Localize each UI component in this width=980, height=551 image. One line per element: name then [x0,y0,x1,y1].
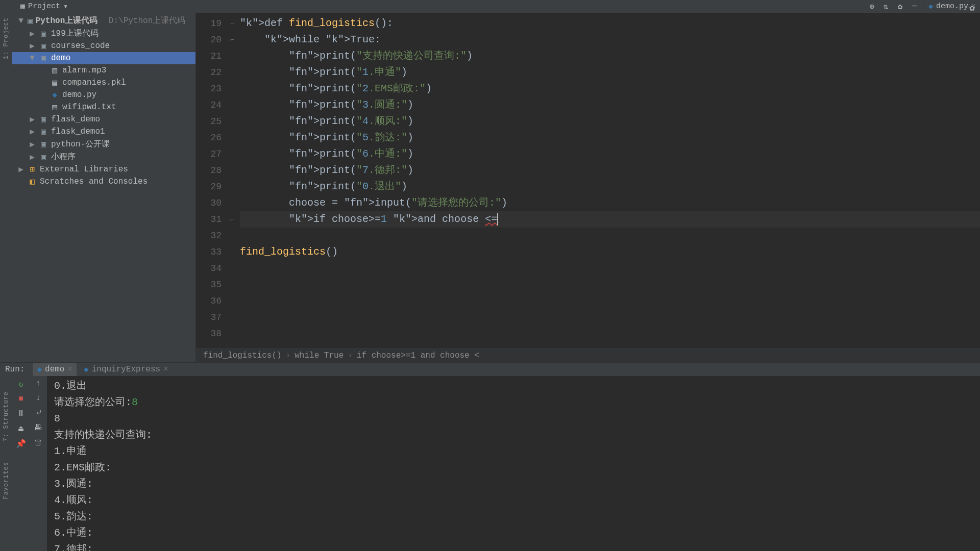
exit-icon[interactable]: ⏏ [18,423,23,434]
tree-item-label: flask_demo [51,115,100,124]
chevron-icon: ▶ [29,127,36,137]
folder-icon: ▣ [39,139,48,149]
code-area[interactable]: "k">def find_logistics(): "k">while "k">… [237,13,980,362]
trash-icon[interactable]: 🗑 [34,438,42,447]
code-editor[interactable]: 1920212223242526272829303132333435363738… [196,13,980,362]
tree-external-libs[interactable]: ▶ ⊞ External Libraries [12,163,195,176]
tree-scratches[interactable]: ◧ Scratches and Consoles [12,176,195,188]
close-icon[interactable]: × [163,365,168,374]
tree-item-label: wifipwd.txt [62,103,116,112]
tree-item-label: 199上课代码 [51,28,99,39]
run-label: Run: [5,365,24,374]
tree-item-label: demo [51,54,70,63]
code-line-21[interactable]: "fn">print("支持的快递公司查询:") [240,48,980,64]
python-file-icon: ◆ [50,90,59,100]
code-line-33[interactable]: find_logistics() [240,244,980,260]
root-name: Python上课代码 [36,15,98,26]
code-line-37[interactable] [240,309,980,325]
rerun-icon[interactable]: ↻ [18,379,23,389]
tree-root[interactable]: ▼ ▣ Python上课代码 D:\Python上课代码 [12,14,195,27]
chevron-icon: ▶ [29,114,36,124]
run-header: Run: ◆ demo × ◆ inquiryExpress × ✿ [0,363,980,376]
pin-icon[interactable]: 📌 [16,439,26,449]
folder-icon: ▣ [39,152,48,162]
breadcrumb-item[interactable]: find_logistics() [203,351,282,360]
code-line-25[interactable]: "fn">print("4.顺风:") [240,113,980,130]
console-output[interactable]: 0.退出请选择您的公司:88支持的快递公司查询:1.申通2.EMS邮政:3.圆通… [47,376,980,551]
console-line: 2.EMS邮政: [54,460,973,476]
run-tab-label: inquiryExpress [92,365,160,374]
gear-icon[interactable]: ✿ [898,2,903,12]
side-tab-structure[interactable]: 7: Structure [3,391,10,441]
code-line-27[interactable]: "fn">print("6.中通:") [240,146,980,162]
tree-item-companies.pkl[interactable]: ▤companies.pkl [12,77,195,89]
side-tab-favorites[interactable]: Favorites [3,462,10,499]
toolbar: ▦ Project ▾ ⊕ ⇅ ✿ — ◆ demo.py × [0,0,980,13]
code-line-28[interactable]: "fn">print("7.德邦:") [240,162,980,179]
chevron-icon: ▶ [29,139,36,149]
file-icon: ▤ [50,78,59,88]
code-line-36[interactable] [240,293,980,309]
chevron-down-icon: ▾ [63,2,68,11]
console-line: 7.德邦: [54,541,973,551]
tree-item-demo[interactable]: ▼▣demo [12,52,195,64]
code-line-23[interactable]: "fn">print("2.EMS邮政:") [240,81,980,97]
run-controls-col1: ↻ ■ ⏸ ⏏ 📌 [12,376,30,551]
code-line-22[interactable]: "fn">print("1.申通") [240,64,980,81]
code-line-38[interactable] [240,325,980,342]
console-line: 支持的快递公司查询: [54,427,973,443]
gear-icon[interactable]: ✿ [969,2,975,13]
code-line-26[interactable]: "fn">print("5.韵达:") [240,130,980,146]
tree-item-demo.py[interactable]: ◆demo.py [12,89,195,101]
settings-icon[interactable]: ⇅ [884,2,889,12]
tree-item-python-公开课[interactable]: ▶▣python-公开课 [12,138,195,151]
up-icon[interactable]: ↑ [36,379,41,388]
tree-item-flask_demo1[interactable]: ▶▣flask_demo1 [12,126,195,138]
print-icon[interactable]: 🖶 [34,423,42,433]
breadcrumb-item[interactable]: while True [295,351,344,360]
down-icon[interactable]: ↓ [36,393,41,403]
code-line-30[interactable]: choose = "fn">input("请选择您的公司:") [240,195,980,211]
close-icon[interactable]: × [67,365,72,374]
run-tool-window: Run: ◆ demo × ◆ inquiryExpress × ✿ 7: St… [0,362,980,551]
scratch-icon: ◧ [28,177,37,187]
scratches-label: Scratches and Consoles [40,177,148,186]
tree-item-flask_demo[interactable]: ▶▣flask_demo [12,113,195,126]
console-line: 8 [54,411,973,427]
code-line-34[interactable] [240,260,980,277]
tree-item-alarm.mp3[interactable]: ▤alarm.mp3 [12,64,195,77]
code-line-24[interactable]: "fn">print("3.圆通:") [240,97,980,113]
pause-icon[interactable]: ⏸ [17,409,25,418]
code-line-31[interactable]: "k">if choose>=1 "k">and choose <= [240,211,980,228]
line-number-gutter: 1920212223242526272829303132333435363738 [196,13,228,362]
code-line-20[interactable]: "k">while "k">True: [240,32,980,48]
code-line-29[interactable]: "fn">print("0.退出") [240,179,980,195]
run-tab-inquiry[interactable]: ◆ inquiryExpress × [80,363,173,376]
code-line-35[interactable] [240,277,980,293]
tree-item-wifipwd.txt[interactable]: ▤wifipwd.txt [12,101,195,113]
folder-icon: ▣ [39,127,48,137]
target-icon[interactable]: ⊕ [869,2,874,12]
breadcrumb-item[interactable]: if choose>=1 and choose < [357,351,479,360]
wrap-icon[interactable]: ⤶ [35,408,42,418]
tree-item-小程序[interactable]: ▶▣小程序 [12,151,195,163]
folder-icon: ▦ [20,2,25,11]
code-line-32[interactable] [240,228,980,244]
fold-column: −⌐⌐ [228,13,237,362]
tab-label: demo.py [936,2,968,11]
run-controls-col2: ↑ ↓ ⤶ 🖶 🗑 [30,376,47,551]
tree-item-label: flask_demo1 [51,127,105,136]
run-tab-demo[interactable]: ◆ demo × [33,363,77,376]
side-tab-project[interactable]: 1: Project [3,17,10,59]
run-tab-label: demo [45,365,64,374]
project-tool-button[interactable]: ▦ Project ▾ [0,2,73,11]
chevron-icon: ▼ [29,54,36,63]
tree-item-courses_code[interactable]: ▶▣courses_code [12,40,195,52]
minimize-icon[interactable]: — [912,2,917,12]
code-line-19[interactable]: "k">def find_logistics(): [240,15,980,32]
chevron-icon: ▶ [29,29,36,39]
stop-icon[interactable]: ■ [18,394,23,404]
tree-item-199上课代码[interactable]: ▶▣199上课代码 [12,27,195,40]
project-tree-panel: ▼ ▣ Python上课代码 D:\Python上课代码 ▶▣199上课代码▶▣… [12,13,196,362]
ext-lib-label: External Libraries [40,165,128,174]
